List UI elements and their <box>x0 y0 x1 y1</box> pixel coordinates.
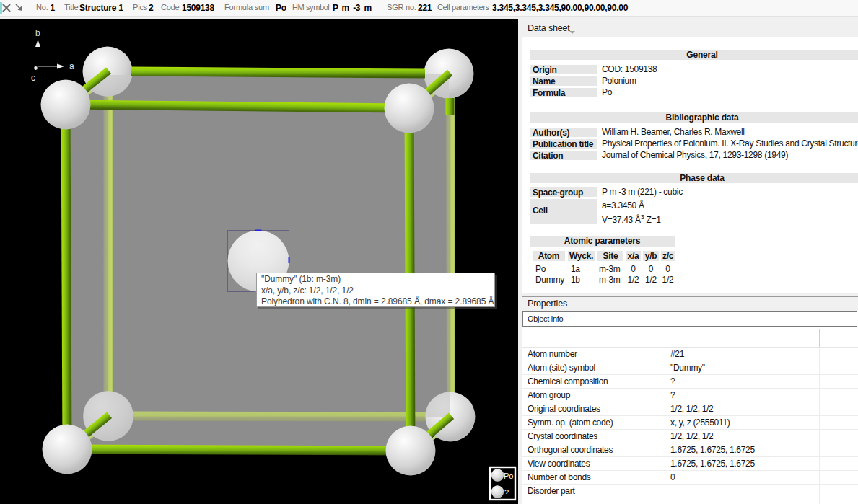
svg-text:a: a <box>69 61 74 71</box>
svg-text:Po: Po <box>504 472 513 480</box>
svg-text:b: b <box>35 28 40 38</box>
svg-text:c: c <box>31 73 35 83</box>
svg-text:?: ? <box>504 488 509 497</box>
